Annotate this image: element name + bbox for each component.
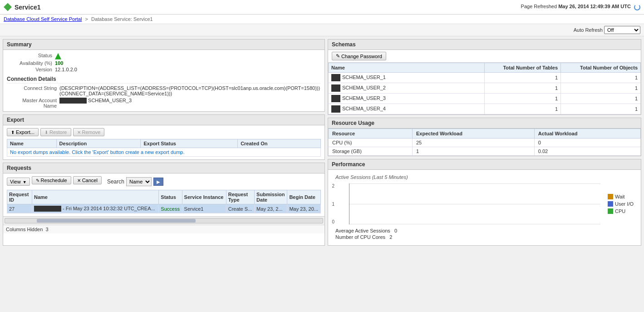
req-id-cell: 27: [7, 204, 32, 213]
export-no-data-row: No export dumps available. Click the 'Ex…: [7, 148, 321, 156]
req-col-begin: Begin Date: [287, 190, 321, 204]
export-table: Name Description Export Status Created O…: [7, 139, 321, 157]
resource-expected-cell: 25: [412, 139, 534, 147]
table-row[interactable]: SCHEMA_USER_1 1 1: [329, 73, 641, 83]
export-col-created: Created On: [238, 139, 321, 148]
availability-label: Availability (%): [7, 60, 52, 66]
resource-table: Resource Expected Workload Actual Worklo…: [328, 129, 641, 156]
y-label-0: 0: [324, 219, 334, 224]
refresh-button[interactable]: [634, 4, 640, 10]
schema-objects-cell: 1: [561, 104, 641, 114]
view-dropdown-arrow: [22, 179, 27, 184]
schema-objects-cell: 1: [561, 73, 641, 83]
resource-actual-cell: 0.02: [534, 147, 640, 156]
export-col-desc: Description: [56, 139, 141, 148]
resource-col-expected: Expected Workload: [412, 129, 534, 139]
app-title: Service1: [15, 4, 41, 11]
cpu-label: CPU: [615, 208, 625, 214]
reschedule-button[interactable]: Reschedule: [32, 176, 71, 184]
pencil-icon: [336, 53, 340, 59]
req-service-cell: Service1: [182, 204, 226, 213]
change-password-button[interactable]: Change Password: [332, 52, 386, 60]
left-panel: Summary Status Availability (%) 100 Vers…: [3, 39, 325, 246]
avg-sessions-value: 0: [394, 228, 397, 233]
legend-wait: Wait: [608, 194, 634, 199]
version-value: 12.1.0.2.0: [55, 67, 321, 72]
cpu-cores-label: Number of CPU Cores: [335, 234, 385, 240]
auto-refresh-select[interactable]: Off 1 minute 5 minutes 10 minutes: [604, 26, 640, 34]
performance-header: Performance: [328, 159, 641, 170]
table-row[interactable]: SCHEMA_USER_3 1 1: [329, 94, 641, 104]
req-type-cell: Create S...: [226, 204, 254, 213]
cpu-cores-row: Number of CPU Cores 2: [335, 234, 634, 240]
requests-header: Requests: [3, 163, 324, 173]
search-field-select[interactable]: Name: [126, 177, 152, 186]
chart-legend: Wait User I/O CPU: [604, 183, 634, 224]
scrollbar-thumb[interactable]: [37, 219, 196, 223]
requests-section: Requests View Reschedule Cancel S: [3, 163, 325, 246]
legend-userio: User I/O: [608, 201, 634, 207]
avg-sessions-row: Average Active Sessions 0: [335, 228, 634, 233]
requests-table: RequestID Name Status Service Instance R…: [7, 190, 321, 214]
schema-col-name: Name: [329, 63, 485, 73]
req-col-submission: SubmissionDate: [255, 190, 287, 204]
connect-string-value: (DESCRIPTION=(ADDRESS_LIST=(ADDRESS=(PRO…: [59, 85, 321, 96]
horizontal-scrollbar[interactable]: [3, 216, 324, 225]
refresh-info: Page Refreshed May 26, 2014 12:49:39 AM …: [521, 4, 640, 10]
grid-line-1: [349, 204, 600, 204]
auto-refresh-label: Auto Refresh: [574, 27, 603, 33]
export-icon: [11, 129, 15, 135]
breadcrumb: Database Cloud Self Service Portal > Dat…: [0, 15, 644, 24]
master-account-label: Master Account Name: [7, 98, 57, 109]
table-row[interactable]: SCHEMA_USER_4 1 1: [329, 104, 641, 114]
main-layout: Summary Status Availability (%) 100 Vers…: [0, 36, 644, 248]
schema-tables-cell: 1: [485, 104, 561, 114]
req-col-service: Service Instance: [182, 190, 226, 204]
export-toolbar: Export... Restore Remove: [7, 128, 321, 136]
masked-account-prefix: [59, 98, 87, 104]
table-row: CPU (%) 25 0: [329, 139, 641, 147]
header-title-area: Service1: [4, 3, 41, 11]
restore-button[interactable]: Restore: [40, 128, 71, 136]
breadcrumb-portal-link[interactable]: Database Cloud Self Service Portal: [4, 16, 82, 22]
userio-label: User I/O: [615, 201, 634, 207]
connection-details-header: Connection Details: [7, 76, 321, 84]
resource-name-cell: CPU (%): [329, 139, 413, 147]
table-row[interactable]: SCHEMA_USER_2 1 1: [329, 83, 641, 94]
table-row[interactable]: 27 - Fri May 23 2014 10:32:32 UTC_CREA..…: [7, 204, 321, 213]
service-icon: [4, 3, 12, 11]
view-button[interactable]: View: [7, 178, 30, 186]
connection-grid: Connect String (DESCRIPTION=(ADDRESS_LIS…: [7, 85, 321, 109]
export-no-data-msg: No export dumps available. Click the 'Ex…: [7, 148, 321, 156]
summary-content: Status Availability (%) 100 Version 12.1…: [3, 50, 324, 111]
wait-label: Wait: [615, 194, 625, 199]
version-label: Version: [7, 67, 52, 72]
remove-button[interactable]: Remove: [73, 128, 105, 136]
right-panel: Schemas Change Password Name Total Numbe…: [328, 39, 641, 246]
req-submission-cell: May 23, 2...: [255, 204, 287, 213]
export-content: Export... Restore Remove Name: [3, 125, 324, 159]
master-account-display: SCHEMA_USER_3: [88, 98, 132, 103]
export-col-name: Name: [7, 139, 57, 148]
legend-cpu: CPU: [608, 208, 634, 214]
cancel-button[interactable]: Cancel: [73, 176, 102, 184]
schema-col-objects: Total Number of Objects: [561, 63, 641, 73]
resource-col-resource: Resource: [329, 129, 413, 139]
req-col-status: Status: [159, 190, 182, 204]
summary-section: Summary Status Availability (%) 100 Vers…: [3, 39, 325, 112]
scrollbar-track[interactable]: [5, 218, 323, 223]
search-go-button[interactable]: [153, 178, 163, 186]
req-col-type: RequestType: [226, 190, 254, 204]
status-value: [55, 53, 321, 59]
refresh-datetime: May 26, 2014 12:49:39 AM UTC: [558, 4, 631, 9]
export-button[interactable]: Export...: [7, 128, 39, 136]
summary-grid: Status Availability (%) 100 Version 12.1…: [7, 53, 321, 72]
connect-string-label: Connect String: [7, 85, 57, 96]
schema-name-cell: SCHEMA_USER_3: [329, 94, 485, 104]
req-col-id: RequestID: [7, 190, 32, 204]
resource-name-cell: Storage (GB): [329, 147, 413, 156]
cpu-cores-value: 2: [389, 234, 392, 240]
schema-objects-cell: 1: [561, 83, 641, 94]
master-account-value: SCHEMA_USER_3: [59, 98, 321, 109]
breadcrumb-current: Database Service: Service1: [91, 16, 153, 22]
